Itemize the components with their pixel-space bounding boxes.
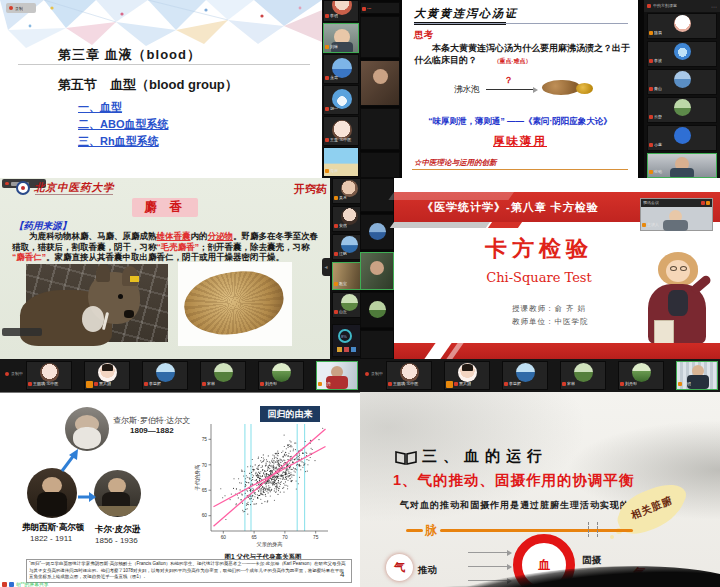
question-note: （重点·难点） — [480, 57, 532, 66]
slide-subtitle: 第五节 血型（blood group） — [58, 76, 238, 94]
participant-thumbnail[interactable]: ••• — [360, 2, 400, 14]
meeting-window-regression: 录制中 王丽璃·北中医 贾大娟 李益辉 宋林 刘丹彤 — [0, 359, 360, 587]
list-item-blood-type: 一、血型 — [78, 100, 122, 115]
participant-video[interactable] — [360, 252, 394, 290]
musk-deer-photo — [26, 264, 168, 342]
participant-video[interactable]: 郭明 — [676, 361, 718, 390]
participant-thumbnail[interactable]: 宋林 — [560, 361, 606, 390]
process-arrow — [486, 89, 534, 90]
participant-thumbnail[interactable]: 陈晨 — [647, 13, 717, 39]
participant-thumbnail[interactable]: 云舒 — [647, 97, 717, 123]
ear-tag — [130, 276, 139, 282]
participant-thumbnail[interactable]: 海岸 — [323, 147, 359, 177]
participant-thumbnail[interactable]: 李益辉 — [142, 361, 188, 390]
svg-text:75: 75 — [313, 535, 319, 540]
participant-thumbnail[interactable]: 安然 — [332, 206, 360, 232]
participant-thumbnail[interactable]: 王丽璃·北中医 — [386, 361, 432, 390]
rail-collapse-handle[interactable]: ◂ — [322, 258, 330, 276]
mic-muted-icon — [388, 382, 392, 386]
participant-thumbnail[interactable]: 小蓝 — [647, 125, 717, 151]
slide-title: 第三章 血液（blood） — [58, 46, 201, 64]
participant-thumbnail[interactable] — [360, 152, 400, 178]
participant-strip: 录制中 王丽璃·北中医 贾大娟 李益辉 宋林 刘丹彤 — [0, 359, 360, 392]
svg-text:父亲的身高: 父亲的身高 — [257, 541, 283, 548]
participant-thumbnail[interactable]: 胡一 — [323, 85, 359, 115]
body-text: 气对血的推动和固摄作用是通过脏腑生理活动实现的 — [400, 499, 630, 512]
mic-icon — [318, 382, 322, 386]
participant-thumbnail[interactable] — [360, 16, 400, 58]
vessel-label-top: 脉 — [425, 522, 437, 539]
participant-thumbnail[interactable]: 刘丹彤 — [618, 361, 664, 390]
record-dot-icon — [647, 4, 651, 8]
teacher-line: 授课教师：俞 齐 娟 — [512, 304, 586, 314]
recording-label: 录制中 — [371, 372, 383, 376]
participant-thumbnail[interactable] — [360, 178, 394, 212]
pearson-name: 卡尔·皮尔逊 — [95, 524, 140, 536]
university-name: 北京中医药大学 — [34, 181, 115, 195]
sub-heading: 1、气的推动、固摄作用的协调平衡 — [393, 471, 635, 490]
participant-thumbnail[interactable]: 山丘 — [332, 292, 360, 318]
participant-thumbnail[interactable]: 贾大娟 — [444, 361, 490, 390]
scatter-plot: 6065707560657075父亲的身高子代的身高 — [193, 419, 333, 551]
participant-video[interactable]: 刘琳 — [323, 23, 359, 53]
mic-icon — [334, 282, 338, 286]
participant-thumbnail[interactable]: 李明 — [323, 0, 359, 22]
mic-muted-icon — [334, 310, 338, 314]
participant-thumbnail[interactable]: 李波 — [647, 41, 717, 67]
participant-video[interactable] — [360, 60, 400, 106]
participant-thumbnail[interactable]: 李益辉 — [502, 361, 548, 390]
record-dot-icon — [701, 201, 705, 205]
university-logo — [16, 181, 30, 195]
galton-name: 弗朗西斯·高尔顿 — [22, 522, 84, 534]
participant-thumbnail[interactable]: 王丽璃·北中医 — [26, 361, 72, 390]
slide-title-box: 麝 香 — [132, 198, 198, 217]
participant-thumbnail[interactable]: 贾大娟 — [84, 361, 130, 390]
more-icon[interactable]: ⋯ — [711, 3, 717, 10]
slide-chisquare: 《医学统计学》-第八章 卡方检验 卡方检验 Chi-Square Test 授课… — [394, 178, 720, 359]
record-dot-icon — [5, 182, 9, 186]
question-text: 本条大黄黄连泻心汤为什么要用麻沸汤渍之？出于什么临床目的？ （重点·难点） — [414, 42, 630, 67]
mic-muted-icon — [334, 252, 338, 256]
participant-thumbnail[interactable] — [360, 292, 394, 328]
teacher-illustration — [642, 250, 720, 344]
participant-thumbnail[interactable] — [360, 214, 394, 250]
participant-video[interactable]: 郭丹 — [316, 361, 358, 390]
pearson-years: 1856 - 1936 — [95, 536, 138, 545]
mic-muted-icon — [144, 382, 148, 386]
header-title: 《医学统计学》-第八章 卡方检验 — [422, 200, 599, 215]
svg-text:子代的身高: 子代的身高 — [194, 465, 201, 491]
svg-text:75: 75 — [202, 437, 208, 442]
participant-strip: 录制中 王丽璃·北中医 贾大娟 李益辉 宋林 刘丹彤 — [360, 359, 720, 392]
record-button[interactable]: 录制 — [6, 3, 36, 13]
participant-thumbnail[interactable] — [360, 108, 400, 150]
record-dot-icon — [9, 6, 13, 10]
participant-thumbnail[interactable]: 王曼·北中医 — [323, 116, 359, 146]
cloud-trail-dot — [610, 535, 614, 539]
participant-rail: 中药方剂课堂 ⋯ 陈晨 李波 青山 云舒 小蓝 — [644, 0, 720, 178]
widget-thumbnail[interactable]: 8% — [332, 324, 360, 357]
meeting-window-musk: 北京中医药大学 开窍药 麝 香 【药用来源】 为鹿科动物林麝、马麝、原麝成熟雄体… — [0, 178, 360, 359]
screenshot-collage: 录制 第三章 血液（blood） 第五节 血型（blood group） 一、血… — [0, 0, 720, 587]
participant-thumbnail[interactable]: 永嘉 — [323, 54, 359, 84]
mic-icon — [678, 382, 682, 386]
pip-video-overlay[interactable]: 腾讯会议 主讲人 — [640, 198, 713, 231]
participant-thumbnail[interactable] — [360, 330, 394, 359]
footer-note: ☆中医理论与运用的创新 — [414, 158, 497, 168]
mic-muted-icon — [454, 382, 458, 386]
mic-muted-icon — [202, 382, 206, 386]
participant-thumbnail[interactable]: 宋林 — [200, 361, 246, 390]
participant-thumbnail[interactable]: 刘丹彤 — [258, 361, 304, 390]
galton-years: 1822 - 1911 — [30, 534, 72, 543]
meeting-window-circulation: 录制中 王丽璃·北中医 贾大娟 李益辉 宋林 刘丹彤 — [360, 359, 720, 587]
record-dot-icon — [5, 372, 9, 376]
participant-video[interactable]: 张弛 — [647, 153, 717, 178]
slide-regression: 回归的由来 查尔斯·罗伯特·达尔文 1 — [0, 392, 360, 587]
subtitle: Chi-Square Test — [394, 270, 684, 285]
svg-text:70: 70 — [282, 535, 288, 540]
tuidong-label: 推动 — [418, 564, 437, 577]
participant-thumbnail[interactable]: 吴月 — [332, 178, 360, 204]
slide-blood-type: 录制 第三章 血液（blood） 第五节 血型（blood group） 一、血… — [0, 0, 322, 178]
participant-thumbnail[interactable]: 江帆 — [332, 234, 360, 260]
participant-video[interactable]: 教室 — [332, 262, 360, 290]
participant-thumbnail[interactable]: 青山 — [647, 69, 717, 95]
